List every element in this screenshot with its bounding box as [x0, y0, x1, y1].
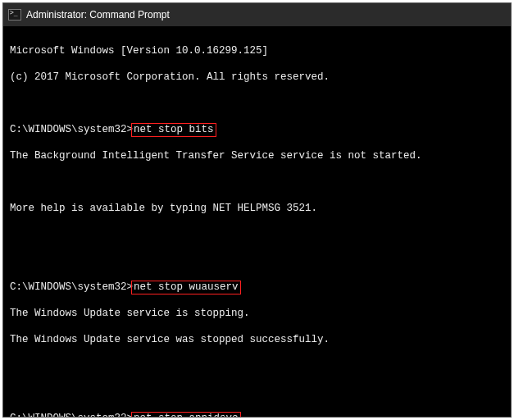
command-prompt-window: Administrator: Command Prompt Microsoft … — [2, 2, 512, 418]
terminal-line: Microsoft Windows [Version 10.0.16299.12… — [10, 44, 504, 57]
window-title: Administrator: Command Prompt — [26, 9, 170, 21]
highlight-command-1: net stop bits — [131, 123, 216, 137]
window-titlebar[interactable]: Administrator: Command Prompt — [3, 3, 511, 26]
terminal-line: C:\WINDOWS\system32>net stop wuauserv — [10, 281, 504, 294]
terminal-line: The Windows Update service was stopped s… — [10, 333, 504, 346]
terminal-line: (c) 2017 Microsoft Corporation. All righ… — [10, 71, 504, 84]
highlight-command-3: net stop appidsvc — [131, 412, 241, 417]
command-prompt-icon — [8, 9, 21, 21]
terminal-area[interactable]: Microsoft Windows [Version 10.0.16299.12… — [3, 26, 511, 417]
terminal-line: The Windows Update service is stopping. — [10, 307, 504, 320]
terminal-line: More help is available by typing NET HEL… — [10, 202, 504, 215]
terminal-line: C:\WINDOWS\system32>net stop bits — [10, 123, 504, 136]
terminal-line: C:\WINDOWS\system32>net stop appidsvc — [10, 412, 504, 417]
highlight-command-2: net stop wuauserv — [131, 281, 241, 294]
terminal-line: The Background Intelligent Transfer Serv… — [10, 149, 504, 162]
